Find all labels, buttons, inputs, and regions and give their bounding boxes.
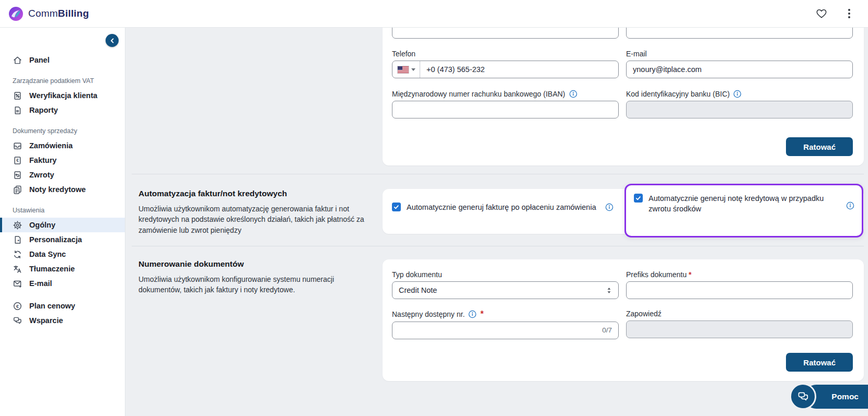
sidebar-item-label: Tłumaczenie (29, 265, 75, 273)
sidebar-nav: Panel Zarządzanie podatkiem VAT Weryfika… (0, 28, 125, 416)
info-icon[interactable] (569, 90, 577, 98)
sidebar-item-label: Wsparcie (29, 316, 63, 325)
sidebar-item-label: Zwroty (29, 171, 54, 179)
doc-type-value: Credit Note (399, 286, 437, 294)
translate-icon (13, 264, 22, 274)
section-divider (132, 246, 864, 246)
main-content: Telefon E-mail Międzynarodowy numer rach… (125, 28, 868, 416)
preview-label: Zapowiedź (626, 310, 853, 318)
bic-field: Kod identyfikacyjny banku (BIC) (626, 90, 853, 118)
mail-gear-icon (13, 279, 22, 289)
sidebar-item-zwroty[interactable]: Zwroty (0, 168, 125, 182)
doc-type-label: Typ dokumentu (392, 270, 619, 279)
sidebar-collapse-button[interactable] (106, 34, 119, 47)
numbering-section-title: Numerowanie dokumentów (138, 259, 366, 269)
clipped-field-left (392, 28, 619, 39)
automation-section-title: Automatyzacja faktur/not kredytowych (138, 189, 366, 198)
sidebar-item-email[interactable]: E-mail (0, 276, 125, 291)
sidebar-item-label: Weryfikacja klienta (29, 91, 97, 100)
info-icon[interactable] (605, 203, 614, 211)
sidebar-item-label: Personalizacja (29, 235, 82, 244)
sidebar-item-noty-kredytowe[interactable]: Noty kredytowe (0, 182, 125, 197)
sidebar-item-zamowienia[interactable]: Zamówienia (0, 138, 125, 153)
clipped-field-right (626, 28, 853, 39)
sidebar-item-label: Raporty (29, 106, 58, 114)
iban-field: Międzynarodowy numer rachunku bankowego … (392, 90, 619, 118)
sidebar-item-label: Panel (29, 56, 50, 64)
email-input[interactable] (626, 61, 853, 78)
sidebar-item-label: Ogólny (29, 221, 55, 229)
char-counter: 0/7 (602, 326, 612, 334)
required-asterisk: * (480, 310, 483, 319)
preview-field: Zapowiedź (626, 310, 853, 339)
sidebar-section-settings: Ustawienia (0, 207, 125, 214)
report-icon (13, 105, 22, 115)
doc-type-select[interactable]: Credit Note (392, 281, 619, 299)
auto-credit-note-checkbox[interactable] (634, 194, 643, 203)
sidebar-item-label: E-mail (29, 279, 52, 288)
info-icon[interactable] (468, 310, 477, 318)
sidebar-item-plan-cenowy[interactable]: € Plan cenowy (0, 299, 125, 313)
iban-label: Międzynarodowy numer rachunku bankowego … (392, 90, 565, 98)
us-flag-icon (398, 66, 409, 73)
sidebar-item-faktury[interactable]: € Faktury (0, 153, 125, 168)
kebab-menu-button[interactable] (846, 7, 852, 20)
app-header: CommBilling (0, 0, 868, 28)
credit-note-highlight-box: Automatycznie generuj notę kredytową w p… (624, 184, 863, 237)
receipt-check-icon (13, 91, 22, 101)
section-divider (132, 174, 864, 174)
favorite-button[interactable] (816, 8, 827, 19)
help-chat-icon-circle[interactable] (790, 383, 816, 410)
sidebar-item-data-sync[interactable]: Data Sync (0, 247, 125, 262)
invoice-euro-icon: € (13, 156, 22, 165)
heart-icon (816, 8, 827, 19)
sidebar-item-panel[interactable]: Panel (0, 53, 125, 67)
sidebar-section-sales-docs: Dokumenty sprzedaży (0, 127, 125, 135)
phone-input-group (392, 61, 619, 78)
sidebar-item-label: Faktury (29, 156, 56, 164)
brand-logo[interactable]: CommBilling (8, 6, 89, 21)
automation-card: Automatycznie generuj fakturę po opłacen… (383, 189, 864, 234)
svg-text:*: * (18, 238, 20, 243)
chat-bubbles-icon (797, 390, 809, 403)
return-icon (13, 170, 22, 180)
info-icon[interactable] (733, 90, 742, 98)
email-field: E-mail (626, 50, 853, 78)
sidebar-item-label: Noty kredytowe (29, 185, 86, 194)
iban-input[interactable] (392, 101, 619, 118)
gear-icon (13, 220, 22, 230)
clipped-input-right[interactable] (626, 28, 853, 39)
next-number-input[interactable] (392, 322, 619, 339)
prefix-input[interactable] (626, 281, 853, 299)
sidebar-item-weryfikacja-klienta[interactable]: Weryfikacja klienta (0, 88, 125, 103)
auto-invoice-label: Automatycznie generuj fakturę po opłacen… (407, 202, 596, 212)
save-button[interactable]: Ratować (786, 137, 853, 156)
contact-bank-card: Telefon E-mail Międzynarodowy numer rach… (383, 28, 864, 165)
help-widget: Pomoc (804, 385, 868, 409)
sidebar-item-raporty[interactable]: Raporty (0, 103, 125, 117)
phone-input[interactable] (420, 65, 618, 74)
chat-bubbles-icon (13, 316, 22, 326)
sidebar-item-label: Plan cenowy (29, 302, 75, 310)
clipped-input-left[interactable] (392, 28, 619, 39)
preview-input (626, 320, 853, 338)
save-button[interactable]: Ratować (786, 353, 853, 372)
personalization-icon: * (13, 235, 22, 245)
check-icon (393, 204, 400, 210)
brand-name: CommBilling (28, 8, 89, 19)
country-code-selector[interactable] (392, 61, 420, 78)
bic-label: Kod identyfikacyjny banku (BIC) (626, 90, 730, 98)
required-asterisk: * (689, 270, 691, 279)
sidebar-item-personalizacja[interactable]: * Personalizacja (0, 232, 125, 247)
sidebar-item-tlumaczenie[interactable]: Tłumaczenie (0, 262, 125, 276)
doc-type-field: Typ dokumentu Credit Note (392, 270, 619, 299)
sidebar-item-wsparcie[interactable]: Wsparcie (0, 313, 125, 328)
help-button-label: Pomoc (831, 392, 859, 401)
info-icon[interactable] (846, 201, 854, 210)
phone-field: Telefon (392, 50, 619, 78)
sidebar-item-ogolny[interactable]: Ogólny (0, 218, 125, 232)
home-icon (13, 55, 22, 65)
prefix-label: Prefiks dokumentu * (626, 270, 853, 279)
auto-invoice-checkbox[interactable] (392, 203, 401, 211)
bic-input (626, 101, 853, 118)
